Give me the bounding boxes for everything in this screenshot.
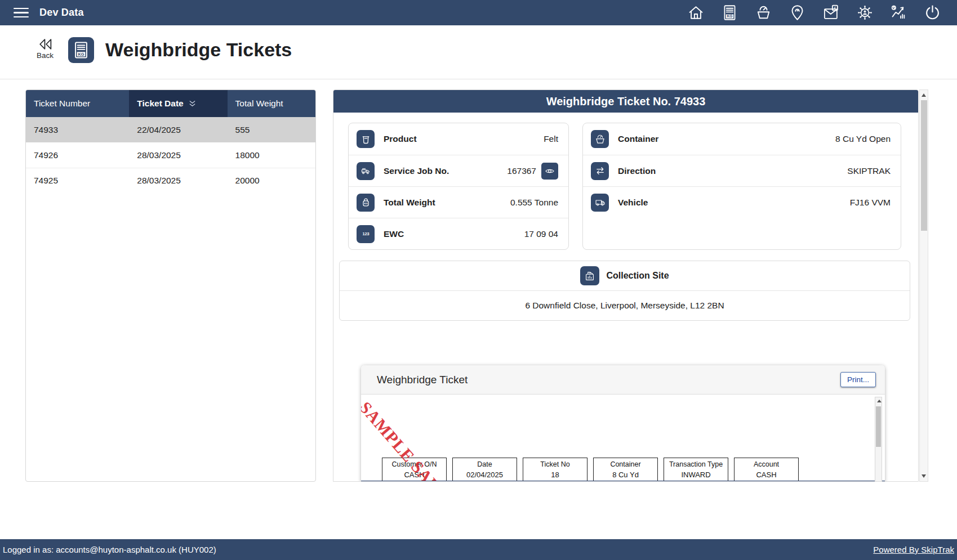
invoices-button[interactable]: £ — [822, 4, 840, 21]
top-navbar: Dev Data KG £ — [0, 0, 957, 25]
numbers-icon: 123 — [357, 225, 375, 243]
skip-gauge-icon — [591, 130, 609, 148]
double-chevron-down-icon — [188, 99, 197, 109]
swap-arrows-icon — [591, 162, 609, 180]
view-service-job-button[interactable] — [541, 163, 558, 180]
invoice-envelope-icon: £ — [822, 4, 840, 21]
field-label: Product — [384, 134, 417, 144]
cell-total-weight: 18000 — [228, 142, 315, 168]
field-row-service-job: Service Job No. 167367 — [349, 155, 568, 186]
back-label: Back — [32, 51, 59, 60]
menu-icon[interactable] — [14, 5, 29, 21]
scroll-up-arrow-icon[interactable] — [877, 400, 882, 402]
eye-icon — [544, 165, 555, 177]
preview-scrollbar[interactable] — [875, 397, 882, 482]
scrollbar-thumb[interactable] — [876, 406, 881, 447]
column-header-ticket-number[interactable]: Ticket Number — [26, 90, 129, 117]
truck-icon — [357, 162, 375, 180]
home-icon — [687, 4, 705, 21]
cell-ticket-number: 74926 — [26, 142, 129, 168]
cell-ticket-date: 22/04/2025 — [129, 117, 227, 142]
cell-total-weight: 555 — [228, 117, 315, 142]
collection-site-panel: Collection Site 6 Downfield Close, Liver… — [339, 261, 910, 321]
page-title: Weighbridge Tickets — [105, 39, 292, 61]
sites-button[interactable] — [789, 4, 806, 21]
collection-site-label: Collection Site — [606, 271, 669, 281]
location-pin-icon — [789, 4, 806, 21]
doc-field-transaction-type: Transaction Type INWARD — [664, 458, 728, 482]
svg-text:123: 123 — [362, 231, 369, 236]
home-button[interactable] — [687, 4, 705, 21]
detail-card-left: Product Felt Service Job No. 167367 — [348, 123, 569, 250]
cell-ticket-number: 74925 — [26, 168, 129, 193]
cell-ticket-date: 28/03/2025 — [129, 168, 227, 193]
preview-title: Weighbridge Ticket — [377, 374, 468, 386]
field-row-product: Product Felt — [349, 123, 568, 155]
van-icon — [591, 194, 609, 212]
tickets-table-header: Ticket Number Ticket Date Total Weight — [26, 90, 315, 117]
table-row[interactable]: 74925 28/03/2025 20000 — [26, 168, 315, 193]
collection-site-header: Collection Site — [340, 261, 910, 291]
ticket-document-preview: Customer O/N CASH Date 02/04/2025 Ticket… — [361, 395, 885, 482]
scroll-up-arrow-icon[interactable] — [922, 93, 926, 97]
preview-header: Weighbridge Ticket Print... — [361, 365, 885, 395]
svg-text:KG: KG — [364, 202, 367, 205]
cell-total-weight: 20000 — [228, 168, 315, 193]
table-row[interactable]: 74926 28/03/2025 18000 — [26, 142, 315, 168]
field-row-container: Container 8 Cu Yd Open — [583, 123, 901, 155]
field-row-direction: Direction SKIPTRAK — [583, 155, 901, 186]
field-label: Direction — [618, 166, 656, 176]
field-label: Service Job No. — [384, 166, 449, 176]
weighbridge-tickets-button[interactable]: KG — [721, 4, 738, 21]
scrollbar-thumb[interactable] — [921, 100, 927, 231]
back-button[interactable]: Back — [32, 38, 59, 60]
weighbridge-tickets-icon: KG — [72, 41, 91, 60]
doc-field-ticket-no: Ticket No 18 — [523, 458, 587, 482]
field-value: FJ16 VVM — [850, 198, 891, 208]
field-value: 17 09 04 — [524, 229, 558, 239]
column-header-total-weight[interactable]: Total Weight — [228, 90, 315, 117]
field-label: Vehicle — [618, 198, 648, 208]
app-title: Dev Data — [39, 7, 84, 19]
bin-icon — [357, 130, 375, 148]
powered-by-link[interactable]: Powered By SkipTrak — [873, 545, 954, 554]
ticket-detail-title: Weighbridge Ticket No. 74933 — [333, 90, 918, 113]
field-value: Felt — [544, 134, 558, 144]
table-row[interactable]: 74933 22/04/2025 555 — [26, 117, 315, 142]
document-divider — [361, 481, 885, 482]
admin-button[interactable] — [856, 4, 874, 21]
reports-chart-icon — [890, 4, 907, 21]
print-button[interactable]: Print... — [840, 372, 876, 387]
detail-panel-scrollbar[interactable] — [919, 89, 928, 482]
column-header-ticket-date[interactable]: Ticket Date — [129, 90, 227, 117]
svg-text:KG: KG — [78, 52, 84, 57]
svg-text:KG: KG — [727, 14, 732, 18]
doc-field-customer-on: Customer O/N CASH — [382, 458, 447, 482]
weighbridge-ticket-preview-panel: Weighbridge Ticket Print... Customer O/N… — [361, 365, 885, 482]
kettlebell-icon: KG — [357, 194, 375, 212]
site-building-icon — [580, 266, 599, 285]
weighbridge-tickets-icon: KG — [721, 4, 738, 21]
tickets-table: Ticket Number Ticket Date Total Weight 7… — [25, 89, 316, 482]
reports-button[interactable] — [890, 4, 907, 21]
collection-site-address: 6 Downfield Close, Liverpool, Merseyside… — [340, 291, 910, 320]
field-value: 0.555 Tonne — [510, 198, 558, 208]
field-value: 8 Cu Yd Open — [835, 134, 891, 144]
field-row-total-weight: KG Total Weight 0.555 Tonne — [349, 186, 568, 218]
ticket-detail-panel: Weighbridge Ticket No. 74933 Product Fel… — [333, 89, 919, 482]
scroll-down-arrow-icon[interactable] — [922, 474, 926, 478]
field-label: Total Weight — [384, 198, 435, 208]
logout-button[interactable] — [924, 4, 941, 21]
cell-ticket-number: 74933 — [26, 117, 129, 142]
ticket-document-fields: Customer O/N CASH Date 02/04/2025 Ticket… — [382, 458, 799, 482]
skips-button[interactable] — [755, 4, 772, 21]
field-value: 167367 — [507, 166, 536, 176]
weighbridge-page-icon: KG — [68, 37, 94, 63]
logged-in-status: Logged in as: accounts@huyton-asphalt.co… — [3, 545, 216, 554]
app-root: Dev Data KG £ — [0, 0, 957, 560]
skip-gauge-icon — [755, 4, 772, 21]
doc-field-container: Container 8 Cu Yd — [593, 458, 658, 482]
navbar-actions: KG £ — [687, 4, 941, 21]
doc-field-account: Account CASH — [734, 458, 799, 482]
svg-text:£: £ — [834, 6, 836, 11]
